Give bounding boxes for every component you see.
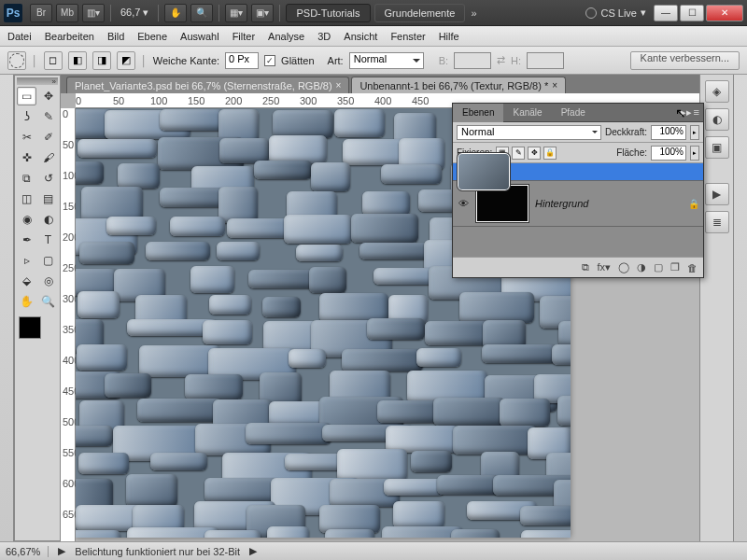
marquee-tool[interactable]: ▭ — [17, 87, 36, 105]
menu-datei[interactable]: Datei — [7, 31, 32, 42]
path-select-tool[interactable]: ▹ — [17, 251, 36, 270]
layers-panel[interactable]: Ebenen Kanäle Pfade ▸▸≡ ↖ Normal Deckkra… — [452, 103, 704, 278]
opacity-flyout-icon[interactable]: ▸ — [690, 125, 699, 140]
layers-empty-area[interactable] — [453, 227, 703, 257]
3d-tool[interactable]: ⬙ — [17, 272, 36, 290]
menu-auswahl[interactable]: Auswahl — [180, 31, 219, 42]
type-tool[interactable]: T — [38, 231, 58, 249]
zoom-tool-shortcut[interactable]: 🔍 — [190, 4, 213, 22]
tab-ebenen[interactable]: Ebenen — [453, 104, 503, 122]
window-minimize-button[interactable]: — — [654, 5, 678, 21]
eraser-tool[interactable]: ◫ — [17, 189, 36, 208]
layer-mask-icon[interactable]: ◯ — [618, 261, 629, 273]
stamp-tool[interactable]: ⧉ — [17, 169, 36, 188]
adjustment-layer-icon[interactable]: ◑ — [637, 261, 646, 273]
toolbox-collapse[interactable] — [17, 77, 58, 85]
3d-camera-tool[interactable]: ◎ — [38, 272, 58, 290]
blend-mode-select[interactable]: Normal — [457, 125, 601, 140]
right-dock-strip[interactable] — [733, 75, 747, 541]
hand-tool-shortcut[interactable]: ✋ — [164, 4, 187, 22]
refine-edge-button[interactable]: Kante verbessern... — [630, 51, 740, 70]
lock-pixels-icon[interactable]: ✎ — [512, 147, 525, 160]
blur-tool[interactable]: ◉ — [17, 210, 36, 229]
menu-fenster[interactable]: Fenster — [390, 31, 425, 42]
history-brush-tool[interactable]: ↺ — [38, 169, 58, 188]
status-flyout-icon[interactable]: ▶ — [249, 545, 257, 557]
fill-flyout-icon[interactable]: ▸ — [690, 146, 699, 161]
link-layers-icon[interactable]: ⧉ — [582, 261, 589, 273]
selection-add-icon[interactable]: ◧ — [68, 51, 87, 70]
zoom-readout[interactable]: 66,7 ▾ — [120, 7, 148, 19]
close-tab-icon[interactable]: × — [336, 80, 342, 91]
minibridge-button[interactable]: Mb — [56, 4, 78, 22]
properties-panel-icon[interactable]: ≣ — [705, 211, 729, 233]
layer-fx-icon[interactable]: fx▾ — [597, 261, 611, 273]
ruler-vertical[interactable]: 0501001502002503003504004505005506006507… — [61, 108, 76, 541]
workspace-primary[interactable]: PSD-Tutorials — [286, 4, 370, 22]
lock-position-icon[interactable]: ✥ — [528, 147, 541, 160]
status-arrow-icon[interactable]: ▶ — [58, 545, 65, 557]
status-zoom[interactable]: 66,67% — [6, 546, 49, 557]
visibility-toggle-icon[interactable]: 👁 — [457, 198, 470, 209]
tab-kanaele[interactable]: Kanäle — [503, 104, 551, 122]
feather-input[interactable]: 0 Px — [225, 52, 259, 69]
document-tab-1[interactable]: Planet_Variante3.psd bei 66,7% (Sternens… — [66, 77, 349, 93]
lock-all-icon[interactable]: 🔒 — [543, 147, 557, 160]
crop-tool[interactable]: ✂ — [17, 128, 36, 147]
shape-tool[interactable]: ▢ — [38, 251, 58, 270]
layer-thumbnail[interactable] — [457, 152, 511, 191]
menu-filter[interactable]: Filter — [233, 31, 255, 42]
screen-mode-button[interactable]: ▣▾ — [251, 4, 274, 22]
layer-textur[interactable]: 👁 Textur — [453, 163, 703, 181]
zoom-tool[interactable]: 🔍 — [38, 292, 58, 311]
window-close-button[interactable]: ✕ — [706, 5, 743, 21]
selection-intersect-icon[interactable]: ◩ — [117, 51, 135, 70]
menu-bild[interactable]: Bild — [107, 31, 124, 42]
panel-menu-icon[interactable]: ≡ — [694, 106, 699, 119]
lasso-tool[interactable]: ʖ — [17, 107, 36, 126]
new-layer-icon[interactable]: ❐ — [670, 261, 680, 273]
tool-preset-icon[interactable] — [7, 51, 26, 70]
adjustments-panel-icon[interactable]: ◐ — [705, 108, 729, 131]
menu-bearbeiten[interactable]: Bearbeiten — [45, 31, 94, 42]
menu-ebene[interactable]: Ebene — [137, 31, 167, 42]
gradient-tool[interactable]: ▤ — [38, 189, 58, 208]
window-maximize-button[interactable]: ☐ — [680, 5, 704, 21]
menu-3d[interactable]: 3D — [317, 31, 331, 42]
menu-ansicht[interactable]: Ansicht — [344, 31, 377, 42]
fill-input[interactable]: 100% — [651, 146, 686, 161]
menu-analyse[interactable]: Analyse — [268, 31, 304, 42]
opacity-input[interactable]: 100% — [651, 125, 686, 140]
more-workspaces-chevron[interactable]: » — [471, 7, 476, 19]
move-tool[interactable]: ✥ — [38, 87, 58, 105]
style-select[interactable]: Normal — [349, 52, 424, 69]
layers-panel-icon[interactable]: ◈ — [705, 80, 729, 103]
layer-group-icon[interactable]: ▢ — [654, 261, 663, 273]
crop-panel-icon[interactable]: ▣ — [705, 136, 729, 159]
antialias-checkbox[interactable]: ✓ — [264, 55, 275, 66]
cs-live-button[interactable]: CS Live ▾ — [585, 7, 646, 19]
delete-layer-icon[interactable]: 🗑 — [687, 262, 698, 273]
hand-tool[interactable]: ✋ — [17, 292, 36, 311]
tab-pfade[interactable]: Pfade — [552, 104, 595, 122]
pen-tool[interactable]: ✒ — [17, 231, 36, 249]
quick-select-tool[interactable]: ✎ — [38, 107, 58, 126]
selection-new-icon[interactable]: ◻ — [44, 51, 63, 70]
menu-hilfe[interactable]: Hilfe — [439, 31, 459, 42]
actions-panel-icon[interactable]: ▶ — [705, 183, 729, 205]
arrange-documents-button[interactable]: ▦▾ — [225, 4, 247, 22]
layer-name[interactable]: Hintergrund — [535, 198, 683, 209]
view-extras-button[interactable]: ▥▾ — [82, 4, 105, 22]
foreground-color-swatch[interactable] — [19, 316, 41, 339]
selection-subtract-icon[interactable]: ◨ — [92, 51, 111, 70]
eyedropper-tool[interactable]: ✐ — [38, 128, 58, 147]
panel-collapse-icon[interactable]: ▸▸ — [681, 106, 692, 119]
close-tab-icon[interactable]: × — [552, 80, 557, 91]
workspace-secondary[interactable]: Grundelemente — [374, 4, 466, 22]
left-dock-strip[interactable] — [0, 75, 14, 541]
dodge-tool[interactable]: ◐ — [38, 210, 58, 229]
document-tab-2[interactable]: Unbenannt-1 bei 66,7% (Textur, RGB/8) *× — [351, 77, 566, 93]
healing-tool[interactable]: ✜ — [17, 148, 36, 167]
brush-tool[interactable]: 🖌 — [38, 148, 58, 167]
bridge-button[interactable]: Br — [30, 4, 52, 22]
